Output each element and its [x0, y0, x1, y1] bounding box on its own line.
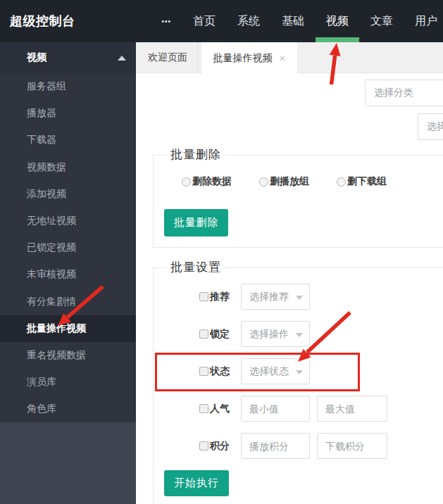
batch-delete-button[interactable]: 批量删除 — [164, 209, 228, 237]
sidebar-item-add-video[interactable]: 添加视频 — [0, 181, 136, 208]
close-icon[interactable]: × — [280, 53, 286, 63]
checkbox-status[interactable]: 状态 — [199, 365, 230, 378]
nav-item-system[interactable]: 系统 — [237, 0, 260, 42]
status-select[interactable]: 选择状态 — [241, 358, 310, 384]
nav-item-basic[interactable]: 基础 — [282, 0, 304, 42]
sidebar-item-server-group[interactable]: 服务器组 — [0, 73, 136, 100]
secondary-select[interactable]: 选择 — [418, 113, 443, 140]
nav-item-user[interactable]: 用户 — [415, 0, 437, 42]
caret-down-icon — [296, 333, 303, 337]
sidebar-item-downloader[interactable]: 下载器 — [0, 127, 136, 153]
checkbox-popularity[interactable]: 人气 — [199, 403, 230, 415]
batch-delete-section-title: 批量删除 — [166, 146, 225, 163]
checkbox-points[interactable]: 积分 — [199, 440, 230, 453]
nav-active-indicator — [316, 37, 359, 42]
sidebar-item-locked-video[interactable]: 已锁定视频 — [0, 234, 136, 261]
tab-bar: 欢迎页面 批量操作视频 × — [136, 42, 443, 73]
sidebar-item-unreviewed-video[interactable]: 未审核视频 — [0, 261, 136, 288]
radio-icon — [259, 177, 268, 187]
row-lock: 锁定 选择操作 — [154, 321, 443, 347]
batch-set-rows: 推荐 选择推荐 锁定 选择操作 — [154, 284, 443, 470]
sidebar-item-role-library[interactable]: 角色库 — [0, 396, 136, 422]
caret-down-icon — [296, 370, 303, 374]
radio-icon — [337, 177, 346, 187]
row-recommend: 推荐 选择推荐 — [154, 284, 443, 310]
radio-option-delete-download-group[interactable]: 删下载组 — [337, 175, 387, 188]
row-status: 状态 选择状态 — [154, 358, 443, 384]
play-points-input[interactable] — [241, 433, 310, 459]
radio-icon — [182, 177, 191, 187]
sidebar-item-duplicate-video-data[interactable]: 重名视频数据 — [0, 342, 136, 369]
lock-select[interactable]: 选择操作 — [241, 321, 310, 347]
batch-set-section-title: 批量设置 — [166, 259, 225, 275]
sidebar-item-actor-library[interactable]: 演员库 — [0, 369, 136, 396]
checkbox-icon — [199, 292, 208, 301]
sidebar-menu: 视频 服务器组 播放器 下载器 视频数据 添加视频 无地址视频 已锁定视频 未审… — [0, 42, 136, 422]
top-navbar: 超级控制台 ••• 首页 系统 基础 视频 文章 用户 — [0, 0, 443, 42]
sidebar-item-player[interactable]: 播放器 — [0, 100, 136, 127]
main-content: 选择分类 选择 批量删除 删除数据 删播放组 删下载组 批量删除 批量设置 — [136, 73, 443, 504]
max-value-input[interactable] — [317, 396, 387, 422]
delete-mode-radio-group: 删除数据 删播放组 删下载组 — [182, 175, 387, 188]
more-menu-button[interactable]: ••• — [161, 18, 171, 25]
checkbox-recommend[interactable]: 推荐 — [199, 291, 230, 303]
collapse-arrow-icon — [118, 56, 126, 61]
radio-option-delete-play-group[interactable]: 删播放组 — [259, 175, 309, 188]
checkbox-icon — [199, 404, 208, 413]
tab-batch-operate-video[interactable]: 批量操作视频 × — [201, 42, 297, 74]
checkbox-icon — [199, 367, 208, 376]
nav-item-video[interactable]: 视频 — [326, 0, 349, 42]
sidebar-item-no-address-video[interactable]: 无地址视频 — [0, 208, 136, 234]
min-value-input[interactable] — [241, 396, 310, 422]
sidebar-group-video[interactable]: 视频 — [0, 42, 136, 73]
tab-welcome[interactable]: 欢迎页面 — [138, 42, 198, 73]
download-points-input[interactable] — [317, 433, 387, 459]
radio-option-delete-data[interactable]: 删除数据 — [182, 175, 232, 188]
checkbox-icon — [199, 329, 208, 339]
app-title: 超级控制台 — [10, 13, 75, 30]
nav-item-home[interactable]: 首页 — [193, 0, 216, 42]
checkbox-lock[interactable]: 锁定 — [199, 328, 230, 341]
row-popularity: 人气 — [154, 396, 443, 422]
sidebar-item-episode-plot[interactable]: 有分集剧情 — [0, 289, 136, 315]
caret-down-icon — [296, 296, 303, 300]
batch-delete-section: 批量删除 删除数据 删播放组 删下载组 批量删除 — [153, 155, 443, 248]
nav-item-article[interactable]: 文章 — [370, 0, 393, 42]
execute-button[interactable]: 开始执行 — [164, 470, 229, 496]
recommend-select[interactable]: 选择推荐 — [241, 284, 310, 310]
checkbox-icon — [199, 441, 208, 451]
top-nav: ••• 首页 系统 基础 视频 文章 用户 — [161, 0, 437, 42]
sidebar-item-video-data[interactable]: 视频数据 — [0, 154, 136, 181]
sidebar-item-batch-operate-video[interactable]: 批量操作视频 — [0, 315, 136, 342]
row-points: 积分 — [154, 433, 443, 459]
sidebar: 视频 服务器组 播放器 下载器 视频数据 添加视频 无地址视频 已锁定视频 未审… — [0, 42, 136, 504]
category-select[interactable]: 选择分类 — [365, 80, 443, 106]
batch-set-section: 批量设置 推荐 选择推荐 锁定 选择操作 — [153, 267, 443, 504]
